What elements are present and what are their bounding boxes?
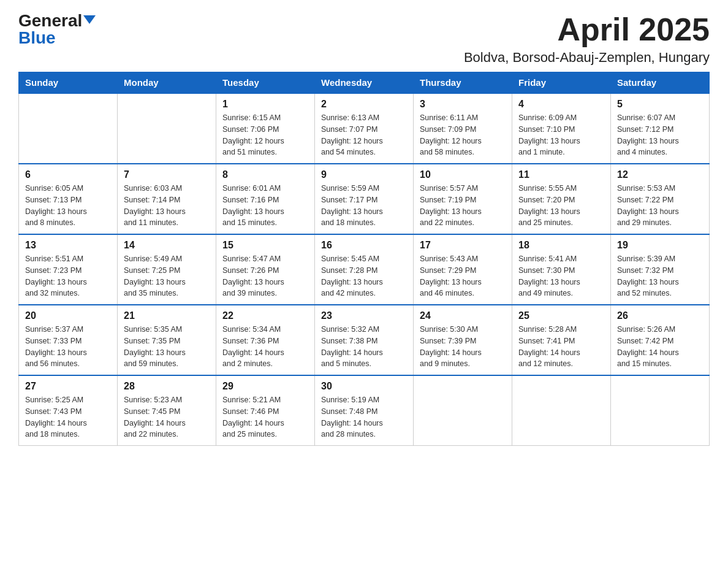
day-number: 10 <box>420 169 506 180</box>
calendar-cell: 10Sunrise: 5:57 AMSunset: 7:19 PMDayligh… <box>414 164 512 234</box>
day-info: Sunrise: 5:19 AMSunset: 7:48 PMDaylight:… <box>321 394 407 440</box>
day-number: 6 <box>25 169 111 180</box>
calendar-cell <box>512 375 611 446</box>
calendar-cell: 12Sunrise: 5:53 AMSunset: 7:22 PMDayligh… <box>611 164 710 234</box>
day-number: 2 <box>321 99 407 110</box>
week-row-3: 13Sunrise: 5:51 AMSunset: 7:23 PMDayligh… <box>19 234 710 305</box>
day-info: Sunrise: 5:37 AMSunset: 7:33 PMDaylight:… <box>25 324 111 370</box>
day-number: 16 <box>321 240 407 251</box>
day-info: Sunrise: 5:28 AMSunset: 7:41 PMDaylight:… <box>518 324 604 370</box>
calendar-cell: 23Sunrise: 5:32 AMSunset: 7:38 PMDayligh… <box>315 305 414 375</box>
day-number: 19 <box>617 240 703 251</box>
weekday-header-wednesday: Wednesday <box>315 72 414 94</box>
day-info: Sunrise: 5:53 AMSunset: 7:22 PMDaylight:… <box>617 183 703 229</box>
day-info: Sunrise: 5:32 AMSunset: 7:38 PMDaylight:… <box>321 324 407 370</box>
calendar-cell: 15Sunrise: 5:47 AMSunset: 7:26 PMDayligh… <box>216 234 315 305</box>
logo-blue: Blue <box>18 29 56 47</box>
day-number: 7 <box>124 169 210 180</box>
calendar-cell: 11Sunrise: 5:55 AMSunset: 7:20 PMDayligh… <box>512 164 611 234</box>
weekday-header-saturday: Saturday <box>611 72 710 94</box>
calendar-cell <box>19 93 118 164</box>
calendar-cell: 26Sunrise: 5:26 AMSunset: 7:42 PMDayligh… <box>611 305 710 375</box>
calendar-table: SundayMondayTuesdayWednesdayThursdayFrid… <box>18 72 710 446</box>
day-info: Sunrise: 6:05 AMSunset: 7:13 PMDaylight:… <box>25 183 111 229</box>
calendar-cell: 1Sunrise: 6:15 AMSunset: 7:06 PMDaylight… <box>216 93 315 164</box>
calendar-cell: 2Sunrise: 6:13 AMSunset: 7:07 PMDaylight… <box>315 93 414 164</box>
logo: General Blue <box>18 12 96 47</box>
calendar-cell <box>611 375 710 446</box>
day-number: 5 <box>617 99 703 110</box>
day-info: Sunrise: 5:21 AMSunset: 7:46 PMDaylight:… <box>222 394 308 440</box>
title-block: April 2025 Boldva, Borsod-Abauj-Zemplen,… <box>464 12 710 66</box>
day-info: Sunrise: 5:41 AMSunset: 7:30 PMDaylight:… <box>518 253 604 299</box>
day-number: 27 <box>25 381 111 392</box>
day-number: 26 <box>617 310 703 321</box>
weekday-header-thursday: Thursday <box>414 72 512 94</box>
calendar-cell: 13Sunrise: 5:51 AMSunset: 7:23 PMDayligh… <box>19 234 118 305</box>
day-number: 28 <box>124 381 210 392</box>
day-number: 24 <box>420 310 506 321</box>
day-number: 22 <box>222 310 308 321</box>
day-info: Sunrise: 6:15 AMSunset: 7:06 PMDaylight:… <box>222 112 308 158</box>
calendar-cell: 21Sunrise: 5:35 AMSunset: 7:35 PMDayligh… <box>118 305 216 375</box>
day-info: Sunrise: 6:03 AMSunset: 7:14 PMDaylight:… <box>124 183 210 229</box>
day-info: Sunrise: 5:26 AMSunset: 7:42 PMDaylight:… <box>617 324 703 370</box>
calendar-cell: 30Sunrise: 5:19 AMSunset: 7:48 PMDayligh… <box>315 375 414 446</box>
day-info: Sunrise: 5:51 AMSunset: 7:23 PMDaylight:… <box>25 253 111 299</box>
week-row-2: 6Sunrise: 6:05 AMSunset: 7:13 PMDaylight… <box>19 164 710 234</box>
location-title: Boldva, Borsod-Abauj-Zemplen, Hungary <box>464 50 710 66</box>
day-number: 21 <box>124 310 210 321</box>
day-number: 30 <box>321 381 407 392</box>
day-info: Sunrise: 5:39 AMSunset: 7:32 PMDaylight:… <box>617 253 703 299</box>
day-number: 3 <box>420 99 506 110</box>
day-info: Sunrise: 5:23 AMSunset: 7:45 PMDaylight:… <box>124 394 210 440</box>
weekday-header-monday: Monday <box>118 72 216 94</box>
logo-general: General <box>18 12 82 29</box>
day-number: 13 <box>25 240 111 251</box>
calendar-cell: 3Sunrise: 6:11 AMSunset: 7:09 PMDaylight… <box>414 93 512 164</box>
day-info: Sunrise: 5:57 AMSunset: 7:19 PMDaylight:… <box>420 183 506 229</box>
calendar-cell: 18Sunrise: 5:41 AMSunset: 7:30 PMDayligh… <box>512 234 611 305</box>
calendar-cell: 4Sunrise: 6:09 AMSunset: 7:10 PMDaylight… <box>512 93 611 164</box>
weekday-header-row: SundayMondayTuesdayWednesdayThursdayFrid… <box>19 72 710 94</box>
calendar-cell: 27Sunrise: 5:25 AMSunset: 7:43 PMDayligh… <box>19 375 118 446</box>
calendar-cell: 5Sunrise: 6:07 AMSunset: 7:12 PMDaylight… <box>611 93 710 164</box>
day-number: 29 <box>222 381 308 392</box>
day-info: Sunrise: 6:13 AMSunset: 7:07 PMDaylight:… <box>321 112 407 158</box>
day-info: Sunrise: 6:09 AMSunset: 7:10 PMDaylight:… <box>518 112 604 158</box>
day-info: Sunrise: 5:30 AMSunset: 7:39 PMDaylight:… <box>420 324 506 370</box>
day-info: Sunrise: 5:34 AMSunset: 7:36 PMDaylight:… <box>222 324 308 370</box>
calendar-cell: 28Sunrise: 5:23 AMSunset: 7:45 PMDayligh… <box>118 375 216 446</box>
calendar-cell: 29Sunrise: 5:21 AMSunset: 7:46 PMDayligh… <box>216 375 315 446</box>
day-number: 15 <box>222 240 308 251</box>
calendar-cell: 7Sunrise: 6:03 AMSunset: 7:14 PMDaylight… <box>118 164 216 234</box>
day-info: Sunrise: 6:01 AMSunset: 7:16 PMDaylight:… <box>222 183 308 229</box>
calendar-cell: 22Sunrise: 5:34 AMSunset: 7:36 PMDayligh… <box>216 305 315 375</box>
day-number: 11 <box>518 169 604 180</box>
day-number: 8 <box>222 169 308 180</box>
calendar-cell: 8Sunrise: 6:01 AMSunset: 7:16 PMDaylight… <box>216 164 315 234</box>
week-row-5: 27Sunrise: 5:25 AMSunset: 7:43 PMDayligh… <box>19 375 710 446</box>
logo-triangle-icon <box>83 15 96 24</box>
day-info: Sunrise: 5:59 AMSunset: 7:17 PMDaylight:… <box>321 183 407 229</box>
day-info: Sunrise: 5:35 AMSunset: 7:35 PMDaylight:… <box>124 324 210 370</box>
week-row-1: 1Sunrise: 6:15 AMSunset: 7:06 PMDaylight… <box>19 93 710 164</box>
day-info: Sunrise: 5:55 AMSunset: 7:20 PMDaylight:… <box>518 183 604 229</box>
day-number: 25 <box>518 310 604 321</box>
day-number: 14 <box>124 240 210 251</box>
calendar-cell <box>414 375 512 446</box>
day-number: 23 <box>321 310 407 321</box>
calendar-cell: 17Sunrise: 5:43 AMSunset: 7:29 PMDayligh… <box>414 234 512 305</box>
day-number: 17 <box>420 240 506 251</box>
day-info: Sunrise: 5:49 AMSunset: 7:25 PMDaylight:… <box>124 253 210 299</box>
day-number: 4 <box>518 99 604 110</box>
day-info: Sunrise: 5:43 AMSunset: 7:29 PMDaylight:… <box>420 253 506 299</box>
day-number: 18 <box>518 240 604 251</box>
calendar-cell: 20Sunrise: 5:37 AMSunset: 7:33 PMDayligh… <box>19 305 118 375</box>
weekday-header-tuesday: Tuesday <box>216 72 315 94</box>
day-number: 12 <box>617 169 703 180</box>
calendar-cell: 16Sunrise: 5:45 AMSunset: 7:28 PMDayligh… <box>315 234 414 305</box>
month-title: April 2025 <box>464 12 710 47</box>
calendar-cell: 9Sunrise: 5:59 AMSunset: 7:17 PMDaylight… <box>315 164 414 234</box>
day-info: Sunrise: 6:07 AMSunset: 7:12 PMDaylight:… <box>617 112 703 158</box>
